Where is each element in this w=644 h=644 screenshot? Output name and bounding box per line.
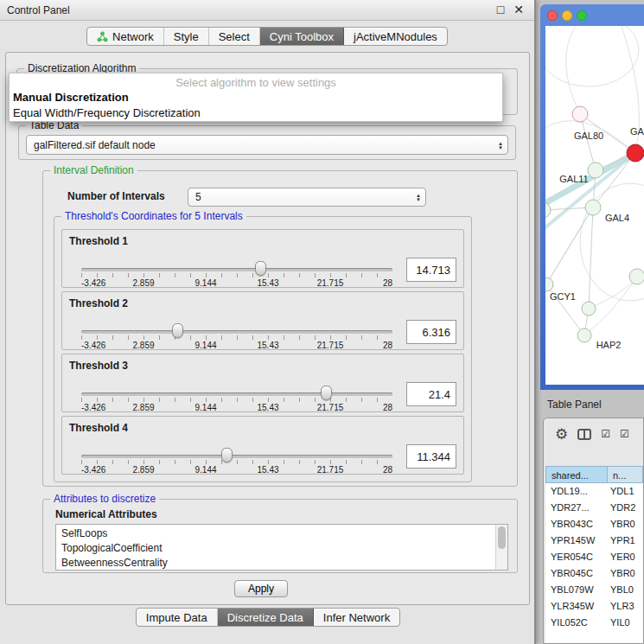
apply-button[interactable]: Apply <box>234 580 288 597</box>
network-node[interactable] <box>577 328 591 342</box>
menu-item-manual-discretization[interactable]: Manual Discretization <box>10 90 502 105</box>
threshold-4-slider-thumb[interactable] <box>221 448 233 462</box>
table-row[interactable]: YPR145WYPR1 <box>545 532 643 549</box>
tab-jactivemodules[interactable]: jActiveMNodules <box>344 28 447 45</box>
node-label-gal80[interactable]: GAL80 <box>574 131 603 141</box>
network-node-selected[interactable] <box>627 144 644 162</box>
tab-discretize-data[interactable]: Discretize Data <box>218 609 314 626</box>
scrollbar-thumb[interactable] <box>498 526 506 549</box>
numerical-attributes-title: Numerical Attributes <box>55 508 157 520</box>
tab-cyni-toolbox[interactable]: Cyni Toolbox <box>260 28 344 45</box>
network-node[interactable] <box>582 302 596 316</box>
network-node[interactable] <box>545 277 553 291</box>
cell-name[interactable]: YPR1 <box>608 532 643 549</box>
tab-select[interactable]: Select <box>209 28 260 45</box>
cell-name[interactable]: YBL0 <box>608 582 643 598</box>
table-row[interactable]: YER054CYER0 <box>545 549 643 565</box>
column-header-shared-name[interactable]: shared... <box>545 466 608 483</box>
threshold-1-slider[interactable]: -3.426 2.859 9.144 15.43 21.715 28 <box>74 252 399 287</box>
cell-name[interactable]: YIL0 <box>608 615 643 631</box>
cell-shared-name[interactable]: YIL052C <box>545 615 608 631</box>
cell-shared-name[interactable]: YBR045C <box>545 565 608 582</box>
checkbox-icon[interactable]: ☑ <box>620 429 629 439</box>
minimize-traffic-light-icon[interactable] <box>562 10 572 21</box>
node-label-gal4[interactable]: GAL4 <box>605 213 629 223</box>
threshold-1-slider-thumb[interactable] <box>255 261 266 276</box>
tab-network[interactable]: Network <box>87 28 164 45</box>
scale-label: 9.144 <box>194 341 216 350</box>
tab-select-label: Select <box>219 30 250 43</box>
close-traffic-light-icon[interactable] <box>547 10 558 21</box>
cell-name[interactable]: YDL1 <box>608 483 643 500</box>
columns-icon[interactable] <box>577 429 591 440</box>
number-of-intervals-combobox[interactable]: 5 ▴ ▾ <box>188 188 426 207</box>
cell-shared-name[interactable]: YBL079W <box>545 582 608 598</box>
numerical-attributes-list[interactable]: SelfLoops TopologicalCoefficient Between… <box>55 524 508 571</box>
menu-item-equal-width-frequency[interactable]: Equal Width/Frequency Discretization <box>10 105 502 121</box>
threshold-4-value: 11.344 <box>417 450 450 463</box>
gear-icon[interactable]: ⚙ <box>555 427 568 442</box>
list-item[interactable]: SelfLoops <box>56 526 507 541</box>
table-row[interactable]: YBR043CYBR0 <box>545 516 643 532</box>
network-node[interactable] <box>585 200 601 215</box>
list-item[interactable]: BetweennessCentrality <box>56 556 507 571</box>
cell-shared-name[interactable]: YDL19... <box>545 483 608 500</box>
column-header-name[interactable]: n... <box>608 466 643 483</box>
threshold-3-panel: Threshold 3 -3.426 2.859 9.144 15.43 21.… <box>61 354 464 412</box>
network-node[interactable] <box>572 106 588 122</box>
table-body: YDL19...YDL1 YDR27...YDR2 YBR043CYBR0 YP… <box>545 483 643 643</box>
cell-shared-name[interactable]: YPR145W <box>545 532 608 549</box>
top-tab-bar: Network Style Select Cyni Toolbox jActiv… <box>0 27 534 46</box>
float-window-icon[interactable]: □ <box>497 3 504 16</box>
checkbox-icon[interactable]: ☑ <box>601 429 610 439</box>
table-data-combobox[interactable]: galFiltered.sif default node ▴ ▾ <box>26 135 508 155</box>
close-window-icon[interactable]: ✕ <box>513 3 524 16</box>
threshold-1-value-field[interactable]: 14.713 <box>406 258 456 282</box>
tab-infer-network[interactable]: Infer Network <box>314 609 399 626</box>
cell-shared-name[interactable]: YDR27... <box>545 500 608 516</box>
number-of-intervals-value: 5 <box>188 191 411 203</box>
table-row[interactable]: YBR045CYBR0 <box>545 565 643 582</box>
zoom-traffic-light-icon[interactable] <box>577 10 587 21</box>
threshold-2-slider-thumb[interactable] <box>172 323 183 338</box>
list-item[interactable]: TopologicalCoefficient <box>56 541 507 556</box>
node-label-gcy1[interactable]: GCY1 <box>550 291 576 302</box>
table-row[interactable]: YIL052CYIL0 <box>545 615 643 631</box>
cell-name[interactable]: YBR0 <box>608 565 643 582</box>
table-row[interactable]: YLR345WYLR3 <box>545 598 643 615</box>
cell-name[interactable]: YLR3 <box>608 598 643 615</box>
tab-impute-data[interactable]: Impute Data <box>137 609 218 626</box>
threshold-2-value-field[interactable]: 6.316 <box>406 320 456 344</box>
tab-style[interactable]: Style <box>164 28 209 45</box>
list-scrollbar[interactable] <box>495 525 507 570</box>
cell-shared-name[interactable]: YER054C <box>545 549 608 565</box>
table-row[interactable]: YDL19...YDL1 <box>545 483 643 500</box>
cell-name[interactable]: YBR0 <box>608 516 643 532</box>
scale-label: 2.859 <box>132 465 154 475</box>
threshold-1-panel: Threshold 1 -3.426 2.859 9.144 15.43 21.… <box>61 229 464 288</box>
scale-label: 28 <box>383 465 392 475</box>
table-row[interactable]: YBL079WYBL0 <box>545 582 643 598</box>
cell-name[interactable]: YDR2 <box>608 500 643 516</box>
node-label-gal11[interactable]: GAL11 <box>559 174 588 184</box>
network-node[interactable] <box>629 269 644 284</box>
threshold-4-value-field[interactable]: 11.344 <box>406 444 456 469</box>
node-label-ga[interactable]: GA <box>630 126 644 137</box>
network-canvas[interactable]: GAL80 GA GAL11 GAL4 GCY1 HAP2 <box>545 26 644 385</box>
cell-shared-name[interactable]: YBR043C <box>545 516 608 532</box>
threshold-3-value-field[interactable]: 21.4 <box>406 382 456 406</box>
network-node[interactable] <box>588 163 603 178</box>
threshold-4-slider[interactable]: -3.426 2.859 9.144 15.43 21.715 28 <box>74 439 399 474</box>
cyni-toolbox-panel: Discretization Algorithm Table Data galF… <box>5 52 530 605</box>
cell-shared-name[interactable]: YLR345W <box>545 598 608 615</box>
node-label-hap2[interactable]: HAP2 <box>596 340 622 350</box>
scale-label: 2.859 <box>132 403 154 412</box>
threshold-3-slider[interactable]: -3.426 2.859 9.144 15.43 21.715 28 <box>74 377 399 411</box>
scale-label: 28 <box>383 278 392 288</box>
tab-infer-network-label: Infer Network <box>323 611 390 624</box>
threshold-2-slider[interactable]: -3.426 2.859 9.144 15.43 21.715 28 <box>74 315 399 349</box>
threshold-3-slider-thumb[interactable] <box>321 386 332 400</box>
network-node[interactable] <box>545 202 551 218</box>
table-row[interactable]: YDR27...YDR2 <box>545 500 643 516</box>
cell-name[interactable]: YER0 <box>608 549 643 565</box>
